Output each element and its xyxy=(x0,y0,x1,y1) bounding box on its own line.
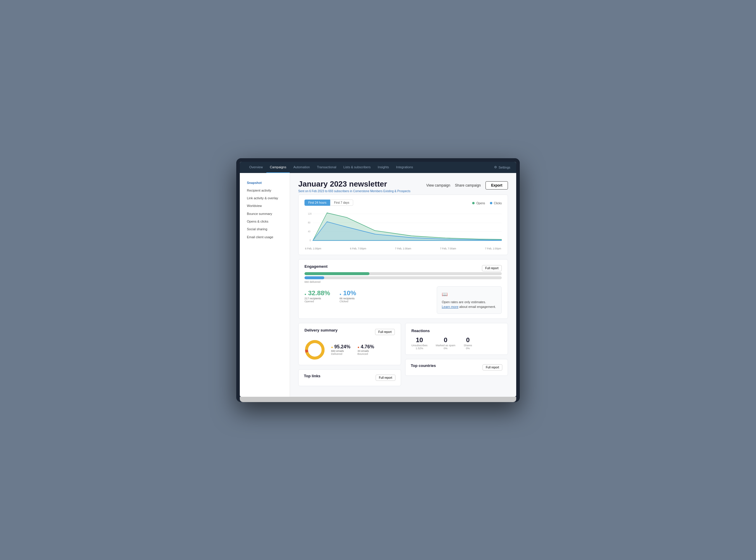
nav-lists-subscribers[interactable]: Lists & subscribers xyxy=(340,162,374,173)
engagement-info-box: 📖 Open rates are only estimates. Learn m… xyxy=(437,286,502,314)
nav-insights[interactable]: Insights xyxy=(374,162,393,173)
sidebar-item-snapshot[interactable]: Snapshot xyxy=(244,179,285,186)
spam-pct: 0% xyxy=(436,347,456,350)
engagement-section: Engagement Full report 660 delivered xyxy=(298,259,508,319)
chart-svg: 120 80 40 0 xyxy=(304,211,502,246)
unsubscribes-value: 10 xyxy=(411,336,427,344)
chart-x-labels: 6 Feb, 1:00pm 6 Feb, 7:00pm 7 Feb, 1:00a… xyxy=(304,247,502,250)
info-text-before: Open rates are only estimates. xyxy=(442,300,486,304)
open-label: Opened xyxy=(304,300,330,303)
spam-stat: 0 Marked as spam 0% xyxy=(436,336,456,350)
engagement-stats: ● 32.88% 217 recipients Opened ● xyxy=(304,289,431,303)
bounced-pct: ● 4.76% xyxy=(357,344,374,349)
reactions-title: Reactions xyxy=(411,328,430,333)
delivered-stat: ● 95.24% 660 emails Delivered xyxy=(331,344,350,356)
clicks-legend-dot xyxy=(490,202,492,204)
click-recipients: 66 recipients xyxy=(340,297,356,300)
sidebar-item-recipient-activity[interactable]: Recipient activity xyxy=(244,186,285,194)
opens-legend: Opens xyxy=(472,202,485,205)
nav-transactional[interactable]: Transactional xyxy=(313,162,340,173)
delivery-donut xyxy=(304,339,325,360)
open-rate-pct: ● 32.88% xyxy=(304,289,330,297)
book-icon: 📖 xyxy=(442,291,497,298)
view-campaign-link[interactable]: View campaign xyxy=(426,183,450,187)
click-rate-pct: ● 10% xyxy=(340,289,356,297)
delivery-section: Delivery summary Full report xyxy=(298,323,401,365)
settings-button[interactable]: ⚙ Settings xyxy=(494,165,510,169)
open-rate-stat: ● 32.88% 217 recipients Opened xyxy=(304,289,330,303)
bottom-two-col: Delivery summary Full report xyxy=(298,323,508,386)
bounced-count: 33 emails xyxy=(357,349,374,353)
bounced-stat: ● 4.76% 33 emails Bounced xyxy=(357,344,374,356)
right-column: Reactions 10 Unsubscribes 1.52% 0 Marked… xyxy=(405,323,508,386)
sidebar-item-social-sharing[interactable]: Social sharing xyxy=(244,225,285,233)
clicks-bar-track xyxy=(304,276,502,279)
page-subtitle: Sent on 6 Feb 2023 to 693 subscribers in… xyxy=(298,189,411,193)
chart-container: 120 80 40 0 xyxy=(304,211,502,246)
engagement-full-report-button[interactable]: Full report xyxy=(482,265,502,271)
click-rate-stat: ● 10% 66 recipients Clicked xyxy=(340,289,356,303)
svg-point-9 xyxy=(306,342,323,358)
delivered-count: 660 emails xyxy=(331,349,350,353)
top-countries-title: Top countries xyxy=(411,363,436,368)
top-countries-section: Top countries Full report xyxy=(405,359,508,376)
top-nav: Overview Campaigns Automation Transactio… xyxy=(240,162,516,173)
page-title: January 2023 newsletter xyxy=(298,179,411,188)
top-links-section: Top links Full report xyxy=(298,369,401,386)
sidebar: Snapshot Recipient activity Link activit… xyxy=(240,173,290,397)
page-header: January 2023 newsletter Sent on 6 Feb 20… xyxy=(298,179,508,193)
learn-more-link[interactable]: Learn more xyxy=(442,305,458,308)
delivered-pct: ● 95.24% xyxy=(331,344,350,349)
delivery-full-report-button[interactable]: Full report xyxy=(375,329,395,335)
open-recipients: 217 recipients xyxy=(304,297,330,300)
settings-icon: ⚙ xyxy=(494,165,497,169)
opens-bar-track xyxy=(304,272,502,275)
reactions-grid: 10 Unsubscribes 1.52% 0 Marked as spam 0… xyxy=(411,336,502,350)
nav-campaigns[interactable]: Campaigns xyxy=(266,162,290,173)
keyboard-base xyxy=(240,397,516,402)
delivered-type: Delivered xyxy=(331,353,350,356)
delivery-title: Delivery summary xyxy=(304,328,338,333)
spam-value: 0 xyxy=(436,336,456,344)
unsubscribes-pct: 1.52% xyxy=(411,347,427,350)
shares-stat: 0 Shares 0% xyxy=(464,336,472,350)
nav-automation[interactable]: Automation xyxy=(290,162,313,173)
svg-text:120: 120 xyxy=(308,212,312,215)
delivery-numbers: ● 95.24% 660 emails Delivered ● xyxy=(331,344,374,356)
top-links-full-report-button[interactable]: Full report xyxy=(376,375,395,381)
sidebar-item-worldview[interactable]: Worldview xyxy=(244,202,285,209)
chart-tab-7d[interactable]: First 7 days xyxy=(330,200,353,206)
unsubscribes-label: Unsubscribes xyxy=(411,344,427,347)
chart-section: First 24 hours First 7 days Opens xyxy=(298,195,508,255)
sidebar-item-email-client-usage[interactable]: Email client usage xyxy=(244,233,285,241)
bounced-type: Bounced xyxy=(357,353,374,356)
nav-overview[interactable]: Overview xyxy=(246,162,266,173)
nav-integrations[interactable]: Integrations xyxy=(393,162,416,173)
reactions-section: Reactions 10 Unsubscribes 1.52% 0 Marked… xyxy=(405,323,508,355)
svg-text:0: 0 xyxy=(310,239,311,242)
chart-tab-24h[interactable]: First 24 hours xyxy=(304,200,330,206)
svg-text:80: 80 xyxy=(308,221,311,224)
shares-value: 0 xyxy=(464,336,472,344)
click-label: Clicked xyxy=(340,300,356,303)
unsubscribes-stat: 10 Unsubscribes 1.52% xyxy=(411,336,427,350)
top-links-title: Top links xyxy=(304,374,320,378)
clicks-bar-fill xyxy=(304,276,324,279)
share-campaign-link[interactable]: Share campaign xyxy=(455,183,481,187)
export-button[interactable]: Export xyxy=(485,181,508,189)
sidebar-item-bounce-summary[interactable]: Bounce summary xyxy=(244,210,285,218)
delivery-stats-row: ● 95.24% 660 emails Delivered ● xyxy=(304,339,395,360)
left-column: Delivery summary Full report xyxy=(298,323,401,386)
sidebar-item-link-activity[interactable]: Link activity & overlay xyxy=(244,194,285,202)
engagement-bars: 660 delivered xyxy=(304,272,502,283)
engagement-title: Engagement xyxy=(304,264,327,268)
info-text-after: about email engagement. xyxy=(459,305,496,308)
top-countries-full-report-button[interactable]: Full report xyxy=(482,364,502,371)
sidebar-item-opens-clicks[interactable]: Opens & clicks xyxy=(244,218,285,225)
delivered-label: 660 delivered xyxy=(304,280,502,283)
chart-tabs: First 24 hours First 7 days xyxy=(304,200,353,206)
main-content: January 2023 newsletter Sent on 6 Feb 20… xyxy=(290,173,516,397)
spam-label: Marked as spam xyxy=(436,344,456,347)
svg-text:40: 40 xyxy=(308,230,311,233)
chart-legend: Opens Clicks xyxy=(472,202,502,205)
